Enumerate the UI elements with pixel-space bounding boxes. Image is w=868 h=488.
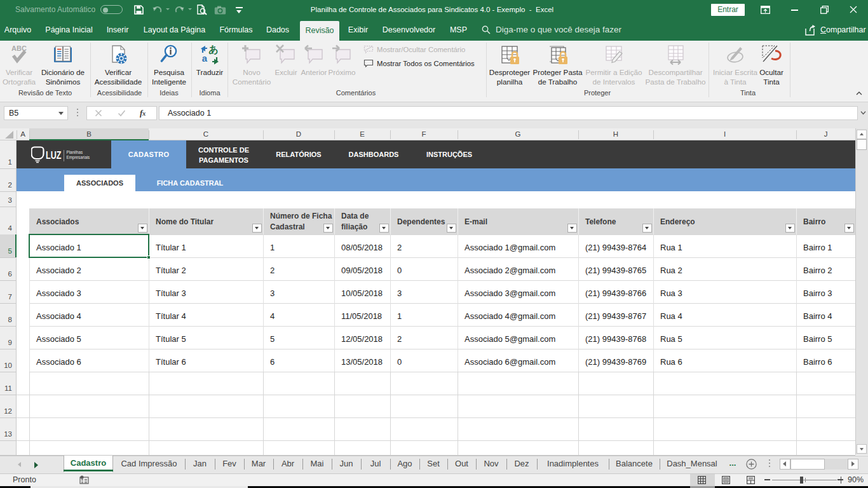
svg-text:Planilhas: Planilhas [67,150,83,154]
svg-text:あ: あ [208,44,218,55]
svg-text:a: a [202,53,208,64]
svg-text:Empresariais: Empresariais [67,155,90,160]
svg-text:LUZ: LUZ [46,150,62,161]
